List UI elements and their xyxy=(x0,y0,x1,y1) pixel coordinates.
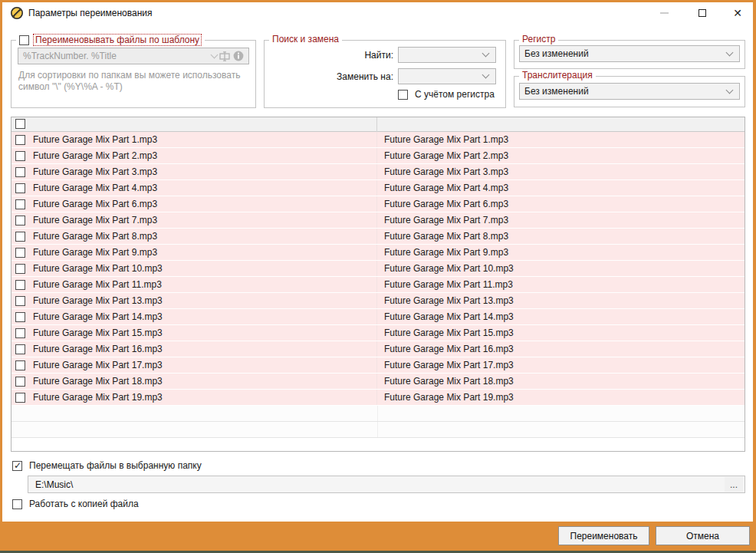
file-row[interactable]: Future Garage Mix Part 9.mp3 Future Gara… xyxy=(12,245,744,261)
file-row[interactable]: Future Garage Mix Part 19.mp3 Future Gar… xyxy=(12,390,744,406)
file-new-name: Future Garage Mix Part 8.mp3 xyxy=(384,231,508,242)
rename-dialog-window: Параметры переименования ✕ Переименовыва… xyxy=(0,0,756,553)
file-row-checkbox[interactable] xyxy=(15,151,25,161)
file-row[interactable]: Future Garage Mix Part 8.mp3 Future Gara… xyxy=(12,229,744,245)
file-row-checkbox[interactable] xyxy=(15,296,25,306)
file-row[interactable]: Future Garage Mix Part 11.mp3 Future Gar… xyxy=(12,277,744,293)
file-row[interactable]: Future Garage Mix Part 14.mp3 Future Gar… xyxy=(12,309,744,325)
template-group-caption: Переименовывать файлы по шаблону xyxy=(16,34,205,46)
file-new-name: Future Garage Mix Part 7.mp3 xyxy=(384,215,508,225)
file-new-cell: Future Garage Mix Part 9.mp3 xyxy=(377,247,744,258)
file-old-name: Future Garage Mix Part 17.mp3 xyxy=(33,360,163,370)
file-old-name: Future Garage Mix Part 6.mp3 xyxy=(33,199,157,209)
file-new-name: Future Garage Mix Part 18.mp3 xyxy=(384,376,514,387)
work-with-copy-option[interactable]: Работать с копией файла xyxy=(12,499,139,509)
file-row[interactable]: Future Garage Mix Part 15.mp3 Future Gar… xyxy=(12,325,744,341)
case-sensitive-label: С учётом регистра xyxy=(415,89,495,100)
file-new-name: Future Garage Mix Part 6.mp3 xyxy=(384,199,508,209)
file-row-checkbox[interactable] xyxy=(15,328,25,338)
move-files-checkbox[interactable] xyxy=(12,461,22,471)
file-row[interactable]: Future Garage Mix Part 1.mp3 Future Gara… xyxy=(12,132,744,148)
file-new-name: Future Garage Mix Part 14.mp3 xyxy=(384,311,514,322)
select-all-checkbox[interactable] xyxy=(15,119,25,129)
template-pattern-combo[interactable]: %TrackNumber. %Title xyxy=(18,48,249,64)
file-row-checkbox[interactable] xyxy=(15,393,25,403)
file-row-checkbox[interactable] xyxy=(15,280,25,290)
file-new-cell: Future Garage Mix Part 17.mp3 xyxy=(377,360,744,370)
file-row-checkbox[interactable] xyxy=(15,344,25,354)
window-title: Параметры переименования xyxy=(28,8,153,18)
file-new-cell: Future Garage Mix Part 19.mp3 xyxy=(377,392,744,403)
transliteration-combo[interactable]: Без изменений xyxy=(519,83,740,100)
file-row-checkbox[interactable] xyxy=(15,199,25,209)
template-checkbox-label[interactable]: Переименовывать файлы по шаблону xyxy=(33,34,202,46)
case-combo-value: Без изменений xyxy=(524,48,722,59)
file-row-checkbox[interactable] xyxy=(15,360,25,370)
close-icon: ✕ xyxy=(733,8,742,18)
column-divider xyxy=(376,117,377,132)
file-old-name: Future Garage Mix Part 10.mp3 xyxy=(33,263,163,274)
file-row[interactable]: Future Garage Mix Part 6.mp3 Future Gara… xyxy=(12,196,744,212)
file-new-cell: Future Garage Mix Part 15.mp3 xyxy=(377,328,744,338)
file-new-cell: Future Garage Mix Part 2.mp3 xyxy=(377,150,744,161)
file-new-cell: Future Garage Mix Part 11.mp3 xyxy=(377,279,744,290)
file-new-name: Future Garage Mix Part 1.mp3 xyxy=(384,134,508,145)
transliteration-caption: Транслитерация xyxy=(519,70,596,81)
file-row[interactable]: Future Garage Mix Part 16.mp3 Future Gar… xyxy=(12,341,744,357)
file-row[interactable]: Future Garage Mix Part 7.mp3 Future Gara… xyxy=(12,212,744,229)
file-new-cell: Future Garage Mix Part 10.mp3 xyxy=(377,263,744,274)
chevron-down-icon xyxy=(482,50,490,58)
file-new-name: Future Garage Mix Part 4.mp3 xyxy=(384,183,508,193)
file-row-checkbox[interactable] xyxy=(15,312,25,322)
file-row-checkbox[interactable] xyxy=(15,183,25,193)
rename-button[interactable]: Переименовать xyxy=(558,526,649,545)
file-old-cell: Future Garage Mix Part 3.mp3 xyxy=(12,164,377,179)
file-old-name: Future Garage Mix Part 1.mp3 xyxy=(33,134,157,145)
file-row-checkbox[interactable] xyxy=(15,264,25,274)
case-sensitive-option[interactable]: С учётом регистра xyxy=(398,89,495,100)
template-checkbox[interactable] xyxy=(19,35,29,45)
file-new-name: Future Garage Mix Part 11.mp3 xyxy=(384,279,513,290)
chevron-down-icon xyxy=(726,48,734,56)
maximize-icon xyxy=(698,9,706,17)
file-row-checkbox[interactable] xyxy=(15,135,25,145)
file-new-name: Future Garage Mix Part 10.mp3 xyxy=(384,263,514,274)
case-combo[interactable]: Без изменений xyxy=(519,45,740,62)
file-row[interactable]: Future Garage Mix Part 2.mp3 Future Gara… xyxy=(12,148,744,164)
file-old-cell: Future Garage Mix Part 19.mp3 xyxy=(12,390,377,405)
file-table-body: Future Garage Mix Part 1.mp3 Future Gara… xyxy=(12,132,744,406)
file-row-checkbox[interactable] xyxy=(15,216,25,225)
file-row[interactable]: Future Garage Mix Part 13.mp3 Future Gar… xyxy=(12,293,744,309)
file-new-cell: Future Garage Mix Part 13.mp3 xyxy=(377,295,744,306)
file-row[interactable]: Future Garage Mix Part 10.mp3 Future Gar… xyxy=(12,261,744,277)
file-row-checkbox[interactable] xyxy=(15,232,25,242)
replace-combo[interactable] xyxy=(398,68,496,84)
browse-button[interactable]: ... xyxy=(725,477,743,492)
file-row[interactable]: Future Garage Mix Part 4.mp3 Future Gara… xyxy=(12,180,744,196)
file-new-name: Future Garage Mix Part 15.mp3 xyxy=(384,328,514,338)
template-hint-line1: Для сортировки по папкам вы можете испол… xyxy=(18,70,240,81)
file-row-checkbox[interactable] xyxy=(15,377,25,387)
work-with-copy-checkbox[interactable] xyxy=(12,499,22,509)
file-row[interactable]: Future Garage Mix Part 3.mp3 Future Gara… xyxy=(12,164,744,180)
case-sensitive-checkbox[interactable] xyxy=(398,90,408,100)
empty-row xyxy=(12,422,744,438)
file-row-checkbox[interactable] xyxy=(15,167,25,177)
close-button[interactable]: ✕ xyxy=(724,2,751,24)
file-row[interactable]: Future Garage Mix Part 17.mp3 Future Gar… xyxy=(12,357,744,374)
destination-path-field[interactable]: E:\Music\ ... xyxy=(28,476,745,493)
file-row[interactable]: Future Garage Mix Part 18.mp3 Future Gar… xyxy=(12,374,744,390)
maximize-button[interactable] xyxy=(689,2,716,24)
empty-row xyxy=(12,406,744,422)
cancel-button[interactable]: Отмена xyxy=(656,526,750,545)
file-old-cell: Future Garage Mix Part 1.mp3 xyxy=(12,132,377,147)
file-old-cell: Future Garage Mix Part 8.mp3 xyxy=(12,229,377,244)
file-old-cell: Future Garage Mix Part 18.mp3 xyxy=(12,374,377,389)
file-new-cell: Future Garage Mix Part 6.mp3 xyxy=(377,199,744,209)
find-combo[interactable] xyxy=(398,47,496,63)
move-files-option[interactable]: Перемещать файлы в выбранную папку xyxy=(12,460,202,471)
file-row-checkbox[interactable] xyxy=(15,248,25,258)
minimize-button[interactable] xyxy=(650,2,678,24)
work-with-copy-label: Работать с копией файла xyxy=(29,499,139,509)
file-new-name: Future Garage Mix Part 17.mp3 xyxy=(384,360,514,370)
